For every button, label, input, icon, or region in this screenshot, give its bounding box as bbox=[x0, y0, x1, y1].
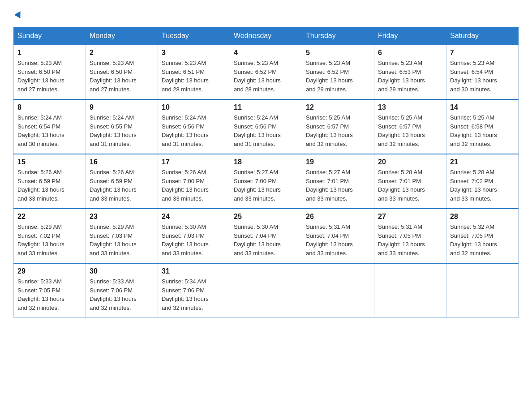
day-number: 26 bbox=[306, 213, 370, 221]
day-number: 29 bbox=[17, 267, 82, 275]
day-info: Sunrise: 5:23 AM Sunset: 6:54 PM Dayligh… bbox=[450, 60, 497, 93]
calendar-cell: 26 Sunrise: 5:31 AM Sunset: 7:04 PM Dayl… bbox=[302, 209, 374, 263]
day-info: Sunrise: 5:23 AM Sunset: 6:50 PM Dayligh… bbox=[90, 60, 137, 93]
calendar-cell: 19 Sunrise: 5:27 AM Sunset: 7:01 PM Dayl… bbox=[302, 154, 374, 209]
day-info: Sunrise: 5:29 AM Sunset: 7:02 PM Dayligh… bbox=[17, 223, 64, 257]
day-number: 24 bbox=[162, 213, 226, 221]
calendar-cell: 17 Sunrise: 5:26 AM Sunset: 7:00 PM Dayl… bbox=[158, 154, 230, 209]
day-info: Sunrise: 5:25 AM Sunset: 6:57 PM Dayligh… bbox=[378, 114, 425, 147]
calendar-cell: 21 Sunrise: 5:28 AM Sunset: 7:02 PM Dayl… bbox=[446, 154, 519, 209]
day-number: 15 bbox=[17, 158, 82, 166]
day-number: 28 bbox=[450, 213, 515, 221]
day-info: Sunrise: 5:31 AM Sunset: 7:05 PM Dayligh… bbox=[378, 223, 425, 257]
day-number: 21 bbox=[450, 158, 515, 166]
day-number: 1 bbox=[17, 49, 82, 57]
day-info: Sunrise: 5:34 AM Sunset: 7:06 PM Dayligh… bbox=[162, 278, 209, 311]
calendar-header-wednesday: Wednesday bbox=[230, 27, 302, 45]
day-info: Sunrise: 5:26 AM Sunset: 6:59 PM Dayligh… bbox=[90, 169, 137, 202]
calendar-cell: 20 Sunrise: 5:28 AM Sunset: 7:01 PM Dayl… bbox=[374, 154, 446, 209]
calendar-header-tuesday: Tuesday bbox=[158, 27, 230, 45]
day-number: 31 bbox=[162, 267, 226, 275]
calendar-header-row: SundayMondayTuesdayWednesdayThursdayFrid… bbox=[14, 27, 519, 45]
calendar-cell: 31 Sunrise: 5:34 AM Sunset: 7:06 PM Dayl… bbox=[158, 263, 230, 318]
day-info: Sunrise: 5:23 AM Sunset: 6:52 PM Dayligh… bbox=[234, 60, 281, 93]
calendar-cell: 5 Sunrise: 5:23 AM Sunset: 6:52 PM Dayli… bbox=[302, 45, 374, 99]
day-info: Sunrise: 5:29 AM Sunset: 7:03 PM Dayligh… bbox=[90, 223, 137, 257]
calendar-header-saturday: Saturday bbox=[446, 27, 519, 45]
day-info: Sunrise: 5:28 AM Sunset: 7:02 PM Dayligh… bbox=[450, 169, 497, 202]
calendar-cell: 6 Sunrise: 5:23 AM Sunset: 6:53 PM Dayli… bbox=[374, 45, 446, 99]
calendar-cell: 11 Sunrise: 5:24 AM Sunset: 6:56 PM Dayl… bbox=[230, 99, 302, 154]
calendar-cell: 16 Sunrise: 5:26 AM Sunset: 6:59 PM Dayl… bbox=[86, 154, 158, 209]
calendar-cell: 3 Sunrise: 5:23 AM Sunset: 6:51 PM Dayli… bbox=[158, 45, 230, 99]
day-number: 6 bbox=[378, 49, 442, 57]
calendar-week-row: 1 Sunrise: 5:23 AM Sunset: 6:50 PM Dayli… bbox=[14, 45, 519, 99]
svg-marker-0 bbox=[15, 10, 23, 18]
calendar-cell: 24 Sunrise: 5:30 AM Sunset: 7:03 PM Dayl… bbox=[158, 209, 230, 263]
day-number: 12 bbox=[306, 103, 370, 111]
day-info: Sunrise: 5:23 AM Sunset: 6:51 PM Dayligh… bbox=[162, 60, 209, 93]
calendar-header-friday: Friday bbox=[374, 27, 446, 45]
calendar-cell: 25 Sunrise: 5:30 AM Sunset: 7:04 PM Dayl… bbox=[230, 209, 302, 263]
day-info: Sunrise: 5:26 AM Sunset: 7:00 PM Dayligh… bbox=[162, 169, 209, 202]
calendar-cell bbox=[446, 263, 519, 318]
calendar-cell: 2 Sunrise: 5:23 AM Sunset: 6:50 PM Dayli… bbox=[86, 45, 158, 99]
day-info: Sunrise: 5:26 AM Sunset: 6:59 PM Dayligh… bbox=[17, 169, 64, 202]
day-number: 10 bbox=[162, 103, 226, 111]
day-number: 30 bbox=[90, 267, 154, 275]
page-header bbox=[13, 9, 519, 19]
calendar-cell: 27 Sunrise: 5:31 AM Sunset: 7:05 PM Dayl… bbox=[374, 209, 446, 263]
calendar-header-thursday: Thursday bbox=[302, 27, 374, 45]
day-number: 18 bbox=[234, 158, 298, 166]
day-info: Sunrise: 5:23 AM Sunset: 6:53 PM Dayligh… bbox=[378, 60, 425, 93]
calendar-week-row: 8 Sunrise: 5:24 AM Sunset: 6:54 PM Dayli… bbox=[14, 99, 519, 154]
calendar-cell bbox=[230, 263, 302, 318]
calendar-cell: 30 Sunrise: 5:33 AM Sunset: 7:06 PM Dayl… bbox=[86, 263, 158, 318]
calendar-header-monday: Monday bbox=[86, 27, 158, 45]
day-info: Sunrise: 5:32 AM Sunset: 7:05 PM Dayligh… bbox=[450, 223, 497, 257]
day-info: Sunrise: 5:24 AM Sunset: 6:55 PM Dayligh… bbox=[90, 114, 137, 147]
day-info: Sunrise: 5:31 AM Sunset: 7:04 PM Dayligh… bbox=[306, 223, 353, 257]
day-info: Sunrise: 5:23 AM Sunset: 6:50 PM Dayligh… bbox=[17, 60, 64, 93]
calendar-cell: 22 Sunrise: 5:29 AM Sunset: 7:02 PM Dayl… bbox=[14, 209, 86, 263]
day-number: 25 bbox=[234, 213, 298, 221]
calendar-cell bbox=[374, 263, 446, 318]
day-number: 4 bbox=[234, 49, 298, 57]
day-number: 14 bbox=[450, 103, 515, 111]
calendar-table: SundayMondayTuesdayWednesdayThursdayFrid… bbox=[13, 27, 519, 318]
calendar-cell: 10 Sunrise: 5:24 AM Sunset: 6:56 PM Dayl… bbox=[158, 99, 230, 154]
day-info: Sunrise: 5:25 AM Sunset: 6:58 PM Dayligh… bbox=[450, 114, 497, 147]
calendar-cell: 12 Sunrise: 5:25 AM Sunset: 6:57 PM Dayl… bbox=[302, 99, 374, 154]
calendar-header-sunday: Sunday bbox=[14, 27, 86, 45]
day-number: 9 bbox=[90, 103, 154, 111]
day-number: 7 bbox=[450, 49, 515, 57]
day-number: 20 bbox=[378, 158, 442, 166]
day-number: 13 bbox=[378, 103, 442, 111]
calendar-cell: 29 Sunrise: 5:33 AM Sunset: 7:05 PM Dayl… bbox=[14, 263, 86, 318]
calendar-cell: 13 Sunrise: 5:25 AM Sunset: 6:57 PM Dayl… bbox=[374, 99, 446, 154]
day-info: Sunrise: 5:24 AM Sunset: 6:56 PM Dayligh… bbox=[162, 114, 209, 147]
calendar-cell bbox=[302, 263, 374, 318]
calendar-cell: 23 Sunrise: 5:29 AM Sunset: 7:03 PM Dayl… bbox=[86, 209, 158, 263]
day-number: 23 bbox=[90, 213, 154, 221]
logo-arrow-icon bbox=[15, 10, 23, 20]
calendar-week-row: 22 Sunrise: 5:29 AM Sunset: 7:02 PM Dayl… bbox=[14, 209, 519, 263]
day-info: Sunrise: 5:23 AM Sunset: 6:52 PM Dayligh… bbox=[306, 60, 353, 93]
day-number: 17 bbox=[162, 158, 226, 166]
day-number: 3 bbox=[162, 49, 226, 57]
day-info: Sunrise: 5:24 AM Sunset: 6:54 PM Dayligh… bbox=[17, 114, 64, 147]
calendar-cell: 28 Sunrise: 5:32 AM Sunset: 7:05 PM Dayl… bbox=[446, 209, 519, 263]
calendar-cell: 4 Sunrise: 5:23 AM Sunset: 6:52 PM Dayli… bbox=[230, 45, 302, 99]
calendar-cell: 14 Sunrise: 5:25 AM Sunset: 6:58 PM Dayl… bbox=[446, 99, 519, 154]
calendar-week-row: 15 Sunrise: 5:26 AM Sunset: 6:59 PM Dayl… bbox=[14, 154, 519, 209]
day-number: 11 bbox=[234, 103, 298, 111]
day-info: Sunrise: 5:24 AM Sunset: 6:56 PM Dayligh… bbox=[234, 114, 281, 147]
calendar-cell: 8 Sunrise: 5:24 AM Sunset: 6:54 PM Dayli… bbox=[14, 99, 86, 154]
day-number: 19 bbox=[306, 158, 370, 166]
day-number: 16 bbox=[90, 158, 154, 166]
calendar-cell: 1 Sunrise: 5:23 AM Sunset: 6:50 PM Dayli… bbox=[14, 45, 86, 99]
day-number: 27 bbox=[378, 213, 442, 221]
day-info: Sunrise: 5:25 AM Sunset: 6:57 PM Dayligh… bbox=[306, 114, 353, 147]
day-info: Sunrise: 5:27 AM Sunset: 7:01 PM Dayligh… bbox=[306, 169, 353, 202]
calendar-cell: 9 Sunrise: 5:24 AM Sunset: 6:55 PM Dayli… bbox=[86, 99, 158, 154]
